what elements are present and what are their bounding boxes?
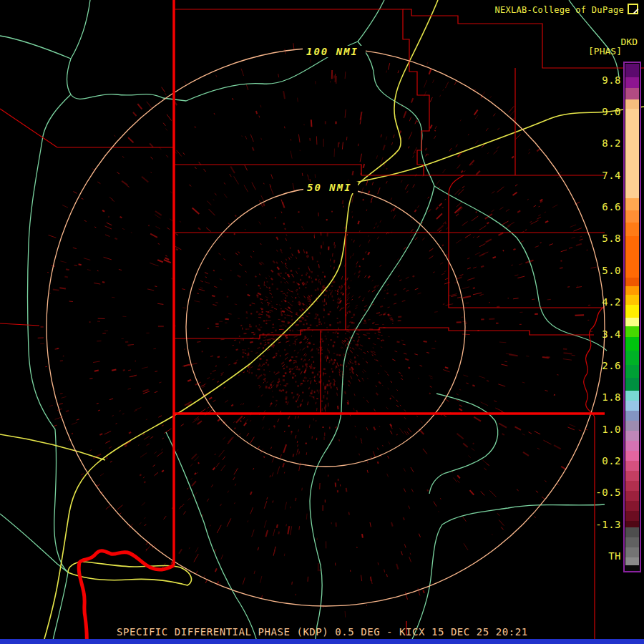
color-scale-segment <box>625 295 639 305</box>
color-scale-segment <box>625 461 639 471</box>
color-scale-segment <box>625 557 639 565</box>
color-scale-tick: -1.3 <box>578 519 621 530</box>
color-scale-tick: 7.4 <box>578 170 621 181</box>
color-scale-segment <box>625 210 639 223</box>
color-scale-tick: 3.4 <box>578 328 621 340</box>
river-lines <box>0 0 619 644</box>
status-bar-text: SPECIFIC DIFFERENTIAL PHASE (KDP) 0.5 DE… <box>117 626 528 638</box>
color-scale-segment <box>625 521 639 527</box>
color-scale-segment <box>625 411 639 421</box>
college-of-dupage-logo-icon <box>628 4 638 14</box>
color-scale-tick: 2.6 <box>578 360 621 371</box>
brand-text: NEXLAB-College of DuPage <box>494 5 624 15</box>
color-scale-segment <box>625 391 639 401</box>
color-scale-segment <box>625 337 639 351</box>
color-scale-segment <box>625 278 639 286</box>
range-rings <box>47 48 605 606</box>
color-scale-segment <box>625 378 639 391</box>
color-scale-tick: -0.5 <box>578 487 621 498</box>
ring-100-label: 100 NMI <box>306 46 358 57</box>
color-scale-tick: 5.0 <box>578 265 621 276</box>
ring-label-100: 100 NMI <box>303 46 366 57</box>
color-scale-segment <box>625 421 639 431</box>
color-scale-segment <box>625 318 639 326</box>
state-lines <box>79 0 605 644</box>
ring-50nmi <box>186 187 465 467</box>
color-scale-segment <box>625 198 639 210</box>
color-scale-segment <box>625 326 639 337</box>
color-scale-segment <box>625 547 639 557</box>
color-scale-segment <box>625 537 639 547</box>
ring-label-50: 50 NMI <box>303 182 358 193</box>
color-scale-segment <box>625 88 639 99</box>
color-scale-segment <box>625 223 639 236</box>
color-scale-segment <box>625 481 639 491</box>
color-scale-tick: TH <box>578 550 621 562</box>
color-scale-tick: 1.8 <box>578 391 621 403</box>
color-scale-segment <box>625 286 639 295</box>
color-scale-segment <box>625 471 639 481</box>
color-scale-segment <box>625 491 639 501</box>
ring-100nmi <box>47 48 605 606</box>
color-scale-segment <box>625 77 639 88</box>
color-scale-segment <box>625 401 639 411</box>
color-scale-segment <box>625 99 639 109</box>
color-scale-segment <box>625 236 639 278</box>
color-scale-tick: 1.0 <box>578 424 621 435</box>
ring-50-label: 50 NMI <box>307 182 352 193</box>
color-scale-tick: 0.2 <box>578 455 621 467</box>
color-scale-segment <box>625 451 639 461</box>
county-lines <box>0 9 644 641</box>
color-scale-segment <box>625 501 639 511</box>
bottom-blue-strip <box>0 639 644 644</box>
color-scale-segment <box>625 511 639 521</box>
color-scale-tick: 5.8 <box>578 233 621 244</box>
color-scale-segment <box>625 365 639 378</box>
product-code-label: DKD <box>621 36 638 47</box>
radar-display: 100 NMI 50 NMI NEXLAB-College of DuPage … <box>0 0 644 644</box>
color-scale-segment <box>625 64 639 77</box>
color-scale-segment <box>625 527 639 537</box>
color-scale-bar <box>623 62 641 572</box>
color-scale-segment <box>625 305 639 318</box>
color-scale-segment <box>625 109 639 198</box>
color-scale-tick: 9.0 <box>578 106 621 117</box>
radar-map: 100 NMI 50 NMI <box>0 0 644 644</box>
color-scale-tick: 9.8 <box>578 74 621 86</box>
color-scale-segment <box>625 565 639 571</box>
color-scale-segment <box>625 441 639 451</box>
units-label: [PHAS] <box>588 46 622 57</box>
color-scale-segment <box>625 431 639 441</box>
color-scale-segment <box>625 351 639 365</box>
color-scale-tick: 4.2 <box>578 296 621 308</box>
color-scale-tick: 6.6 <box>578 201 621 213</box>
highway-lines <box>0 0 644 644</box>
color-scale-tick: 8.2 <box>578 137 621 149</box>
